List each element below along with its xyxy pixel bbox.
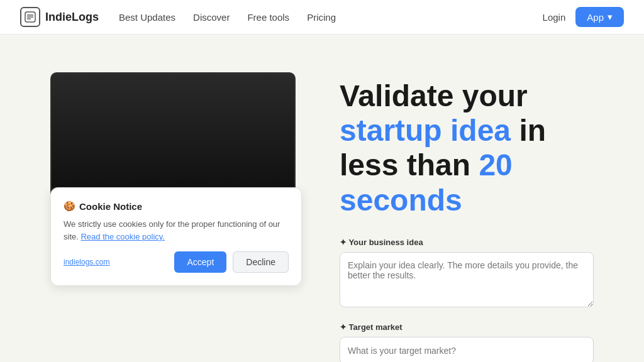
logo-icon: [20, 7, 40, 27]
cookie-actions: indielogs.com Accept Decline: [64, 251, 289, 273]
video-screen: [52, 74, 294, 187]
cookie-icon: 🍪: [64, 200, 75, 212]
logo-text: IndieLogs: [45, 11, 99, 24]
nav-pricing[interactable]: Pricing: [307, 12, 336, 23]
app-button-label: App: [587, 12, 604, 23]
cookie-title: 🍪 Cookie Notice: [64, 200, 289, 212]
login-button[interactable]: Login: [543, 12, 566, 23]
decline-button[interactable]: Decline: [233, 251, 289, 273]
video-section: ▶ 0:00 🔇 ⛶ ⋮ 🍪 Cookie Notice We strictly…: [50, 72, 302, 211]
cookie-title-text: Cookie Notice: [79, 201, 142, 212]
business-idea-label: ✦ Your business idea: [340, 238, 594, 247]
nav-free-tools[interactable]: Free tools: [247, 12, 289, 23]
hero-title: Validate your startup idea in less than …: [340, 79, 594, 217]
cookie-notice: 🍪 Cookie Notice We strictly use cookies …: [50, 187, 302, 286]
form-section: Validate your startup idea in less than …: [340, 72, 594, 362]
target-market-input[interactable]: [340, 337, 594, 362]
header: IndieLogs Best Updates Discover Free too…: [0, 0, 644, 35]
target-market-label: ✦ Target market: [340, 322, 594, 332]
app-button-arrow: ▾: [608, 11, 613, 23]
nav-discover[interactable]: Discover: [193, 12, 230, 23]
cookie-policy-link[interactable]: Read the cookie policy.: [80, 232, 164, 241]
nav: Best Updates Discover Free tools Pricing: [119, 12, 336, 23]
business-idea-field: ✦ Your business idea: [340, 238, 594, 322]
header-left: IndieLogs Best Updates Discover Free too…: [20, 7, 336, 27]
business-idea-input[interactable]: [340, 252, 594, 307]
main-content: ▶ 0:00 🔇 ⛶ ⋮ 🍪 Cookie Notice We strictly…: [0, 35, 644, 362]
nav-best-updates[interactable]: Best Updates: [119, 12, 175, 23]
logo[interactable]: IndieLogs: [20, 7, 99, 27]
header-right: Login App ▾: [543, 7, 624, 27]
hero-text-part1: Validate your: [340, 79, 528, 112]
accept-button[interactable]: Accept: [174, 251, 226, 273]
cookie-body: We strictly use cookies only for the pro…: [64, 218, 289, 243]
app-button[interactable]: App ▾: [575, 7, 624, 27]
cookie-site-link[interactable]: indielogs.com: [64, 258, 109, 266]
target-market-field: ✦ Target market: [340, 322, 594, 362]
hero-highlight1: startup idea: [340, 114, 511, 147]
